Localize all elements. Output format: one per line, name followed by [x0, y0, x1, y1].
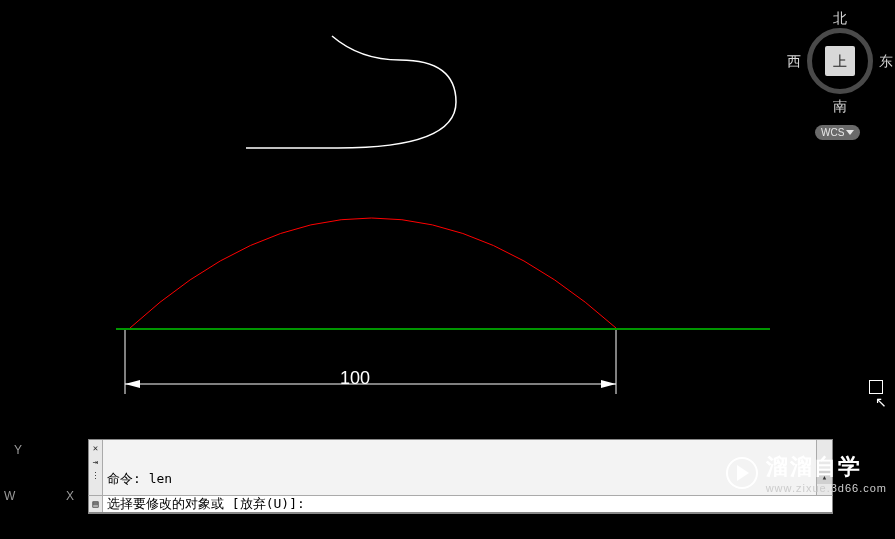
compass-north[interactable]: 北 — [795, 10, 885, 28]
viewcube[interactable]: 上 北 南 西 东 WCS — [795, 10, 885, 140]
red-arc[interactable] — [130, 218, 616, 328]
wcs-label: WCS — [821, 127, 844, 138]
watermark-url: www.zixue.3d66.com — [766, 482, 887, 494]
viewcube-top-face[interactable]: 上 — [825, 46, 855, 76]
watermark-title: 溜溜自学 — [766, 452, 887, 482]
ucs-y-label: Y — [14, 443, 22, 457]
cmd-line: 命令: len — [107, 471, 828, 486]
spline-curve[interactable] — [246, 36, 456, 148]
watermark: 溜溜自学 www.zixue.3d66.com — [726, 452, 887, 494]
play-icon — [726, 457, 758, 489]
cursor-arrow-icon: ↖ — [875, 394, 887, 410]
chevron-down-icon — [846, 130, 854, 135]
command-input[interactable]: 选择要修改的对象或 [放弃(U)]: — [103, 495, 832, 513]
drawing-canvas[interactable]: 100 — [0, 0, 895, 420]
command-input-row[interactable]: ▤ 选择要修改的对象或 [放弃(U)]: — [88, 495, 833, 513]
handle-icon[interactable]: ⋮ — [90, 470, 102, 482]
compass-east[interactable]: 东 — [879, 53, 893, 71]
compass-south[interactable]: 南 — [795, 98, 885, 116]
compass-west[interactable]: 西 — [787, 53, 801, 71]
pin-icon[interactable]: ⇥ — [90, 456, 102, 468]
dim-arrow-right — [601, 380, 616, 388]
command-prompt-icon: ▤ — [89, 496, 103, 512]
model-space-svg — [0, 0, 895, 420]
dim-arrow-left — [125, 380, 140, 388]
crosshair-pickbox — [869, 380, 883, 394]
ucs-x-label: X — [66, 489, 74, 503]
wcs-dropdown[interactable]: WCS — [815, 125, 860, 140]
dimension-text[interactable]: 100 — [340, 368, 370, 389]
close-icon[interactable]: ✕ — [90, 442, 102, 454]
ucs-w-label: W — [4, 489, 15, 503]
